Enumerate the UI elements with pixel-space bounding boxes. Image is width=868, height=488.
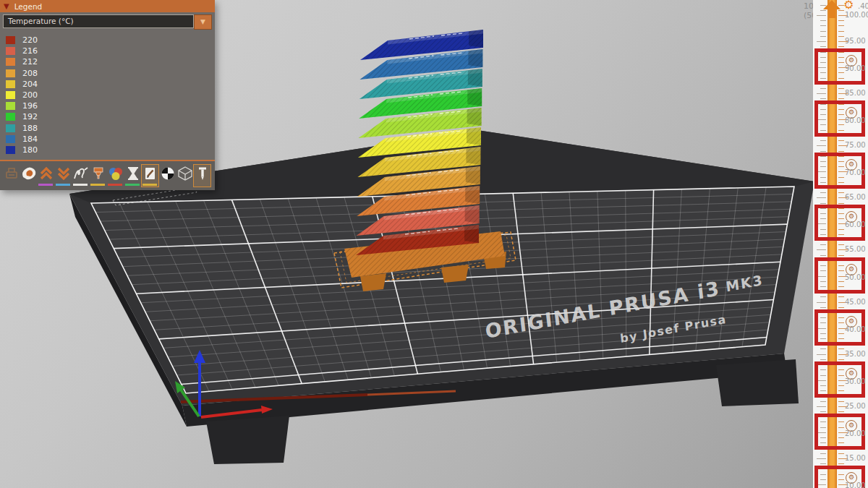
- printer-faint-icon[interactable]: [3, 165, 20, 187]
- legend-row: 188: [0, 123, 215, 134]
- slider-tick: [838, 421, 844, 422]
- slider-tick: [820, 427, 826, 428]
- hourglass-icon: [124, 166, 142, 181]
- slider-tick: [820, 135, 826, 136]
- slider-tick: [820, 390, 826, 391]
- wireframe-cube-icon: [176, 166, 194, 181]
- chevrons-down-icon[interactable]: [55, 165, 72, 187]
- slider-tick: [820, 416, 826, 417]
- slider-tick: [820, 312, 826, 313]
- legend-color-swatch: [6, 58, 15, 66]
- slider-tick-label: 40.00: [845, 325, 868, 333]
- layer-slider[interactable]: 100.0095.00⚙90.0085.00⚙80.0075.00⚙70.006…: [813, 0, 868, 488]
- slider-tick: [820, 182, 826, 183]
- hourglass-icon[interactable]: [124, 165, 141, 187]
- checkered-circle-icon[interactable]: [159, 165, 176, 187]
- legend-color-swatch: [6, 135, 15, 143]
- collapse-triangle-icon[interactable]: ▼: [4, 2, 9, 10]
- slider-tick-label: 60.00: [845, 221, 868, 228]
- handle-value-clipped: .40: [858, 2, 868, 10]
- slider-tick: [838, 442, 844, 443]
- dropdown-arrow-button[interactable]: ▼: [194, 14, 212, 30]
- slider-tick: [820, 291, 826, 292]
- legend-color-swatch: [6, 113, 15, 121]
- slider-tick: [817, 354, 826, 355]
- slider-tick: [838, 109, 844, 110]
- slider-tick: [820, 78, 826, 79]
- legend-row: 196: [0, 100, 215, 111]
- slider-tick: [820, 270, 826, 271]
- slider-tick: [838, 411, 844, 412]
- slicer-preview-window: ORIGINAL PRUSA i3MK3 by Josef Prusa 101.…: [0, 0, 868, 488]
- slider-tick: [838, 130, 844, 131]
- legend-panel-header[interactable]: ▼ Legend: [0, 0, 215, 12]
- slider-tick: [838, 25, 844, 26]
- slider-tick: [838, 20, 844, 21]
- legend-type-dropdown[interactable]: Temperature (°C): [3, 14, 194, 28]
- slider-tick: [838, 140, 844, 141]
- slider-tick: [820, 140, 826, 141]
- legend-color-swatch: [6, 69, 15, 77]
- legend-color-swatch: [6, 91, 15, 99]
- icon-underline: [125, 184, 140, 186]
- slider-tick: [838, 104, 844, 105]
- model-icon: [20, 166, 38, 181]
- chevrons-up-icon[interactable]: [38, 165, 54, 187]
- slider-tick-label: 45.00: [845, 298, 868, 306]
- color-circles-icon: [107, 166, 124, 181]
- slider-tick: [838, 369, 844, 370]
- legend-value-label: 220: [22, 35, 38, 45]
- slider-tick: [838, 343, 844, 344]
- slider-tick: [838, 218, 844, 219]
- slider-tick: [820, 151, 826, 152]
- slider-tick: [838, 192, 844, 193]
- slider-tick: [820, 88, 826, 89]
- wireframe-cube-icon[interactable]: [176, 165, 193, 187]
- slider-tick: [820, 385, 826, 386]
- legend-color-swatch: [6, 47, 15, 55]
- slider-tick: [838, 151, 844, 152]
- slider-tick: [820, 281, 826, 282]
- slider-tick: [838, 359, 844, 360]
- thread-icon[interactable]: [72, 165, 89, 187]
- slider-tick: [820, 192, 826, 193]
- slider-tick: [838, 286, 844, 287]
- icon-underline: [38, 184, 53, 186]
- slider-tick: [820, 260, 826, 261]
- pin-icon[interactable]: [194, 165, 210, 187]
- slider-tick-label: 25.00: [845, 402, 868, 410]
- slider-tick: [838, 364, 844, 365]
- slider-tick: [838, 307, 844, 308]
- legend-value-label: 208: [22, 69, 38, 78]
- extruder-arrow-icon[interactable]: [90, 165, 106, 187]
- slider-tick: [838, 333, 844, 334]
- slider-tick: [838, 479, 844, 480]
- slider-tick: [838, 468, 844, 469]
- slider-tick: [820, 411, 826, 412]
- model-icon[interactable]: [20, 165, 37, 187]
- edit-pencil-icon[interactable]: [142, 165, 158, 187]
- slider-tick: [820, 448, 826, 448]
- slider-tick: [820, 234, 826, 235]
- legend-title: Legend: [14, 2, 43, 11]
- slider-tick: [838, 427, 844, 428]
- slider-tick: [817, 145, 826, 146]
- slider-tick: [820, 98, 826, 99]
- slider-tick-label: 95.00: [845, 37, 868, 45]
- slider-tick: [817, 197, 826, 198]
- slider-tick: [820, 395, 826, 396]
- slider-tick: [838, 62, 844, 63]
- add-modifier-gear-icon[interactable]: ⚙+: [843, 0, 854, 12]
- color-circles-icon[interactable]: [107, 165, 124, 187]
- slider-tick: [838, 291, 844, 292]
- slider-handle-stem[interactable]: [829, 9, 835, 18]
- slider-tick: [838, 203, 844, 204]
- slider-tick: [817, 406, 826, 407]
- slider-tick: [820, 375, 826, 376]
- slider-tick: [817, 171, 826, 172]
- slider-tick-label: 100.00: [845, 11, 868, 19]
- slider-track[interactable]: [827, 0, 837, 488]
- slider-tick: [817, 67, 826, 68]
- slider-tick: [820, 177, 826, 178]
- slider-tick: [838, 260, 844, 261]
